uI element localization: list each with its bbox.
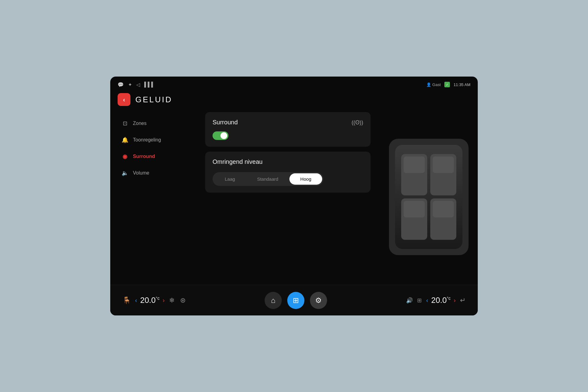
back-button[interactable]: ‹ [118, 93, 130, 106]
toonregeling-label: Toonregeling [133, 137, 161, 143]
volume-icon: 🔈 [121, 170, 129, 176]
left-temp-number: 20.0 [140, 296, 156, 305]
content-area: Surround ((ʘ)) Omringend niveau Laag Sta… [196, 109, 380, 285]
temp-arrow-right-up[interactable]: › [454, 297, 456, 304]
user-info: 👤 Gast [426, 82, 441, 87]
toggle-knob [221, 132, 227, 139]
eq-icon: ⊞ [417, 297, 422, 304]
apps-button[interactable]: ⊞ [287, 292, 304, 309]
right-temp-unit: °c [447, 296, 451, 301]
status-icons-left: 💬 ✦ ◁ ▌▌▌ [118, 82, 155, 88]
header: ‹ GELUID [110, 91, 478, 109]
surround-toggle[interactable] [213, 131, 228, 140]
fan-controls: ❄ ⊛ [169, 296, 186, 304]
surround-label: Surround [133, 154, 155, 159]
settings-button[interactable]: ⚙ [310, 292, 327, 309]
temp-arrow-right-down[interactable]: ‹ [426, 297, 428, 304]
surround-card-header: Surround ((ʘ)) [213, 119, 363, 126]
volume-label: Volume [133, 170, 149, 176]
green-indicator: ✓ [444, 82, 450, 87]
sidebar: ⊡ Zones 🔔 Toonregeling ◉ Surround 🔈 Volu… [110, 109, 196, 285]
temp-control-right: ‹ 20.0°c › [426, 296, 456, 305]
temp-control-left: ‹ 20.0°c › [135, 296, 165, 305]
sidebar-item-volume[interactable]: 🔈 Volume [113, 165, 194, 181]
surround-card: Surround ((ʘ)) [205, 112, 371, 147]
screen: 💬 ✦ ◁ ▌▌▌ 👤 Gast ✓ 11:35 AM ‹ GELUID ⊡ Z… [110, 77, 478, 315]
sidebar-item-zones[interactable]: ⊡ Zones [113, 116, 194, 131]
status-bar: 💬 ✦ ◁ ▌▌▌ 👤 Gast ✓ 11:35 AM [110, 77, 478, 91]
seat-rear-left [401, 198, 427, 240]
car-visual [389, 139, 469, 255]
car-interior [395, 145, 462, 249]
temp-arrow-left-down[interactable]: ‹ [135, 297, 137, 304]
right-temp-number: 20.0 [431, 296, 447, 305]
time-display: 11:35 AM [454, 82, 470, 87]
level-card-title: Omringend niveau [213, 158, 363, 165]
level-btn-standaard[interactable]: Standaard [246, 173, 289, 185]
zones-label: Zones [133, 121, 146, 126]
seat-heat-icon: 🪑 [123, 296, 131, 304]
message-icon: 💬 [118, 82, 124, 88]
seat-rear-right [430, 198, 456, 240]
toonregeling-icon: 🔔 [121, 137, 129, 143]
seat-front-right [430, 154, 456, 195]
surround-nav-icon: ◉ [121, 153, 129, 160]
toggle-container [213, 131, 363, 140]
seat-icon-right: ↵ [460, 296, 466, 304]
surround-card-title: Surround [213, 119, 238, 126]
temp-arrow-left-up[interactable]: › [163, 297, 165, 304]
username: Gast [432, 82, 441, 87]
seat-front-left [401, 154, 427, 195]
level-button-group: Laag Standaard Hoog [213, 172, 323, 186]
navigation-icon: ◁ [136, 82, 140, 88]
green-dot-symbol: ✓ [446, 83, 448, 86]
temp-value-right: 20.0°c [431, 296, 450, 305]
climate-right: 🔊 ⊞ ‹ 20.0°c › ↵ [406, 296, 466, 305]
signal-icon: ▌▌▌ [144, 82, 155, 87]
defrost-icon: ⊛ [180, 296, 186, 304]
level-card: Omringend niveau Laag Standaard Hoog [205, 152, 371, 193]
user-icon-symbol: 👤 [426, 82, 431, 87]
zones-icon: ⊡ [121, 120, 129, 127]
status-right: 👤 Gast ✓ 11:35 AM [426, 82, 470, 87]
temp-value-left: 20.0°c [140, 296, 160, 305]
sidebar-item-surround[interactable]: ◉ Surround [113, 149, 194, 164]
volume-status-icon: 🔊 [406, 297, 413, 304]
fan-icon: ❄ [169, 296, 175, 304]
sidebar-item-toonregeling[interactable]: 🔔 Toonregeling [113, 132, 194, 148]
right-panel [380, 109, 478, 285]
home-button[interactable]: ⌂ [265, 292, 282, 309]
bottom-bar: 🪑 ‹ 20.0°c › ❄ ⊛ ⌂ ⊞ ⚙ 🔊 ⊞ ‹ [110, 285, 478, 315]
climate-left: 🪑 ‹ 20.0°c › ❄ ⊛ [123, 296, 186, 305]
surround-wave-icon: ((ʘ)) [352, 119, 363, 126]
page-title: GELUID [135, 95, 172, 104]
level-btn-hoog[interactable]: Hoog [289, 173, 322, 185]
level-btn-laag[interactable]: Laag [214, 173, 246, 185]
main-content: ⊡ Zones 🔔 Toonregeling ◉ Surround 🔈 Volu… [110, 109, 478, 285]
bottom-center-nav: ⌂ ⊞ ⚙ [265, 292, 327, 309]
bluetooth-icon: ✦ [128, 82, 132, 88]
left-temp-unit: °c [156, 296, 160, 301]
